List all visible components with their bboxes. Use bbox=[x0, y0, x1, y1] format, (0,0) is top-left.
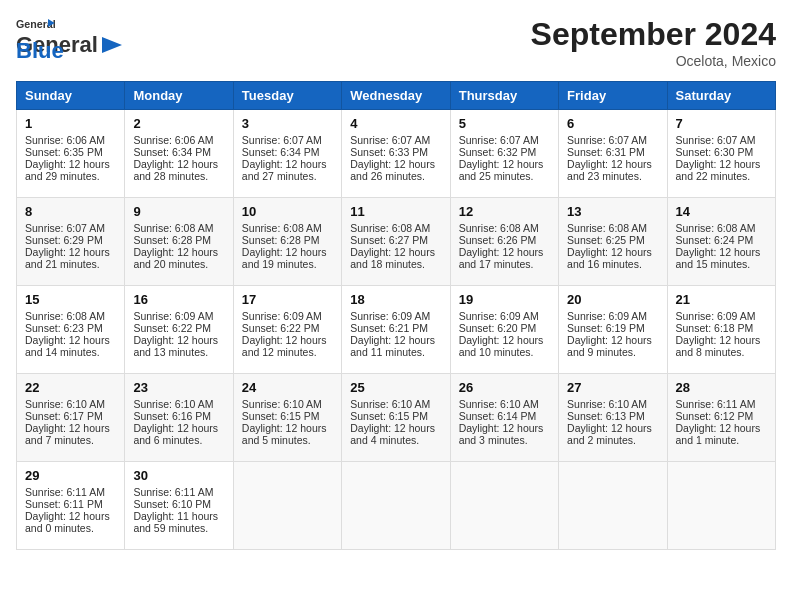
day-number: 4 bbox=[350, 116, 441, 131]
calendar-cell: 22 Sunrise: 6:10 AM Sunset: 6:17 PM Dayl… bbox=[17, 374, 125, 462]
daylight-text: Daylight: 12 hours and 9 minutes. bbox=[567, 334, 652, 358]
calendar-cell: 11 Sunrise: 6:08 AM Sunset: 6:27 PM Dayl… bbox=[342, 198, 450, 286]
page-header: General General Blue September 2024 Ocel… bbox=[16, 16, 776, 69]
calendar-cell: 10 Sunrise: 6:08 AM Sunset: 6:28 PM Dayl… bbox=[233, 198, 341, 286]
sunrise-text: Sunrise: 6:07 AM bbox=[350, 134, 430, 146]
day-number: 22 bbox=[25, 380, 116, 395]
sunset-text: Sunset: 6:28 PM bbox=[242, 234, 320, 246]
sunset-text: Sunset: 6:22 PM bbox=[242, 322, 320, 334]
calendar-cell: 3 Sunrise: 6:07 AM Sunset: 6:34 PM Dayli… bbox=[233, 110, 341, 198]
sunset-text: Sunset: 6:33 PM bbox=[350, 146, 428, 158]
daylight-text: Daylight: 12 hours and 1 minute. bbox=[676, 422, 761, 446]
sunset-text: Sunset: 6:21 PM bbox=[350, 322, 428, 334]
sunrise-text: Sunrise: 6:09 AM bbox=[676, 310, 756, 322]
sunrise-text: Sunrise: 6:11 AM bbox=[676, 398, 756, 410]
day-number: 28 bbox=[676, 380, 767, 395]
day-number: 23 bbox=[133, 380, 224, 395]
sunrise-text: Sunrise: 6:08 AM bbox=[242, 222, 322, 234]
calendar-cell: 7 Sunrise: 6:07 AM Sunset: 6:30 PM Dayli… bbox=[667, 110, 775, 198]
calendar-cell bbox=[450, 462, 558, 550]
calendar-cell: 9 Sunrise: 6:08 AM Sunset: 6:28 PM Dayli… bbox=[125, 198, 233, 286]
calendar-cell: 17 Sunrise: 6:09 AM Sunset: 6:22 PM Dayl… bbox=[233, 286, 341, 374]
day-number: 21 bbox=[676, 292, 767, 307]
logo: General General Blue bbox=[16, 16, 126, 64]
sunrise-text: Sunrise: 6:08 AM bbox=[133, 222, 213, 234]
sunset-text: Sunset: 6:35 PM bbox=[25, 146, 103, 158]
calendar-cell: 5 Sunrise: 6:07 AM Sunset: 6:32 PM Dayli… bbox=[450, 110, 558, 198]
calendar-header-row: SundayMondayTuesdayWednesdayThursdayFrid… bbox=[17, 82, 776, 110]
sunset-text: Sunset: 6:18 PM bbox=[676, 322, 754, 334]
calendar-cell: 14 Sunrise: 6:08 AM Sunset: 6:24 PM Dayl… bbox=[667, 198, 775, 286]
calendar-body: 1 Sunrise: 6:06 AM Sunset: 6:35 PM Dayli… bbox=[17, 110, 776, 550]
calendar-cell: 4 Sunrise: 6:07 AM Sunset: 6:33 PM Dayli… bbox=[342, 110, 450, 198]
sunset-text: Sunset: 6:15 PM bbox=[242, 410, 320, 422]
day-number: 27 bbox=[567, 380, 658, 395]
daylight-text: Daylight: 12 hours and 27 minutes. bbox=[242, 158, 327, 182]
daylight-text: Daylight: 12 hours and 25 minutes. bbox=[459, 158, 544, 182]
logo-triangle-icon bbox=[98, 35, 126, 55]
daylight-text: Daylight: 12 hours and 5 minutes. bbox=[242, 422, 327, 446]
day-number: 20 bbox=[567, 292, 658, 307]
sunset-text: Sunset: 6:22 PM bbox=[133, 322, 211, 334]
logo-blue: Blue bbox=[16, 38, 64, 64]
day-number: 11 bbox=[350, 204, 441, 219]
svg-marker-2 bbox=[102, 37, 122, 53]
day-number: 24 bbox=[242, 380, 333, 395]
weekday-header-tuesday: Tuesday bbox=[233, 82, 341, 110]
sunset-text: Sunset: 6:14 PM bbox=[459, 410, 537, 422]
sunrise-text: Sunrise: 6:08 AM bbox=[676, 222, 756, 234]
calendar-cell: 30 Sunrise: 6:11 AM Sunset: 6:10 PM Dayl… bbox=[125, 462, 233, 550]
daylight-text: Daylight: 12 hours and 3 minutes. bbox=[459, 422, 544, 446]
calendar-cell bbox=[233, 462, 341, 550]
sunrise-text: Sunrise: 6:09 AM bbox=[567, 310, 647, 322]
sunrise-text: Sunrise: 6:07 AM bbox=[459, 134, 539, 146]
daylight-text: Daylight: 12 hours and 26 minutes. bbox=[350, 158, 435, 182]
day-number: 18 bbox=[350, 292, 441, 307]
sunset-text: Sunset: 6:26 PM bbox=[459, 234, 537, 246]
day-number: 7 bbox=[676, 116, 767, 131]
daylight-text: Daylight: 11 hours and 59 minutes. bbox=[133, 510, 218, 534]
sunrise-text: Sunrise: 6:07 AM bbox=[676, 134, 756, 146]
sunset-text: Sunset: 6:25 PM bbox=[567, 234, 645, 246]
calendar-cell: 27 Sunrise: 6:10 AM Sunset: 6:13 PM Dayl… bbox=[559, 374, 667, 462]
calendar-week-row: 29 Sunrise: 6:11 AM Sunset: 6:11 PM Dayl… bbox=[17, 462, 776, 550]
day-number: 5 bbox=[459, 116, 550, 131]
sunrise-text: Sunrise: 6:10 AM bbox=[459, 398, 539, 410]
daylight-text: Daylight: 12 hours and 12 minutes. bbox=[242, 334, 327, 358]
sunset-text: Sunset: 6:34 PM bbox=[242, 146, 320, 158]
calendar-cell bbox=[559, 462, 667, 550]
calendar-cell: 2 Sunrise: 6:06 AM Sunset: 6:34 PM Dayli… bbox=[125, 110, 233, 198]
calendar-cell: 6 Sunrise: 6:07 AM Sunset: 6:31 PM Dayli… bbox=[559, 110, 667, 198]
sunset-text: Sunset: 6:15 PM bbox=[350, 410, 428, 422]
sunset-text: Sunset: 6:29 PM bbox=[25, 234, 103, 246]
sunrise-text: Sunrise: 6:08 AM bbox=[25, 310, 105, 322]
sunset-text: Sunset: 6:11 PM bbox=[25, 498, 103, 510]
sunrise-text: Sunrise: 6:08 AM bbox=[459, 222, 539, 234]
weekday-header-wednesday: Wednesday bbox=[342, 82, 450, 110]
calendar-cell: 13 Sunrise: 6:08 AM Sunset: 6:25 PM Dayl… bbox=[559, 198, 667, 286]
daylight-text: Daylight: 12 hours and 7 minutes. bbox=[25, 422, 110, 446]
daylight-text: Daylight: 12 hours and 0 minutes. bbox=[25, 510, 110, 534]
day-number: 2 bbox=[133, 116, 224, 131]
calendar-cell: 25 Sunrise: 6:10 AM Sunset: 6:15 PM Dayl… bbox=[342, 374, 450, 462]
weekday-header-monday: Monday bbox=[125, 82, 233, 110]
calendar-cell: 18 Sunrise: 6:09 AM Sunset: 6:21 PM Dayl… bbox=[342, 286, 450, 374]
sunrise-text: Sunrise: 6:11 AM bbox=[25, 486, 105, 498]
calendar-week-row: 22 Sunrise: 6:10 AM Sunset: 6:17 PM Dayl… bbox=[17, 374, 776, 462]
calendar-cell bbox=[667, 462, 775, 550]
calendar-cell bbox=[342, 462, 450, 550]
calendar-cell: 21 Sunrise: 6:09 AM Sunset: 6:18 PM Dayl… bbox=[667, 286, 775, 374]
day-number: 9 bbox=[133, 204, 224, 219]
daylight-text: Daylight: 12 hours and 23 minutes. bbox=[567, 158, 652, 182]
day-number: 10 bbox=[242, 204, 333, 219]
weekday-header-saturday: Saturday bbox=[667, 82, 775, 110]
sunset-text: Sunset: 6:30 PM bbox=[676, 146, 754, 158]
daylight-text: Daylight: 12 hours and 22 minutes. bbox=[676, 158, 761, 182]
daylight-text: Daylight: 12 hours and 11 minutes. bbox=[350, 334, 435, 358]
daylight-text: Daylight: 12 hours and 15 minutes. bbox=[676, 246, 761, 270]
day-number: 15 bbox=[25, 292, 116, 307]
calendar-cell: 12 Sunrise: 6:08 AM Sunset: 6:26 PM Dayl… bbox=[450, 198, 558, 286]
calendar-cell: 1 Sunrise: 6:06 AM Sunset: 6:35 PM Dayli… bbox=[17, 110, 125, 198]
sunset-text: Sunset: 6:31 PM bbox=[567, 146, 645, 158]
daylight-text: Daylight: 12 hours and 10 minutes. bbox=[459, 334, 544, 358]
